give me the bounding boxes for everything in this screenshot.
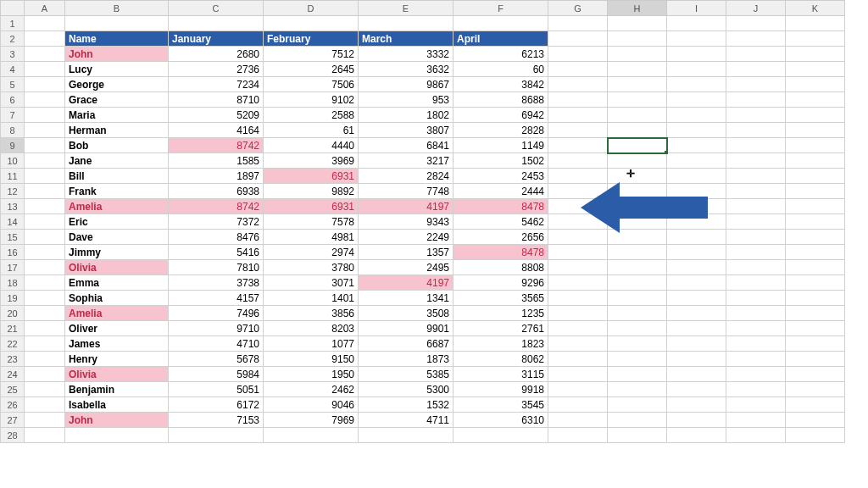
cell-E11[interactable]: 2824 [359,169,453,184]
cell-C4[interactable]: 2736 [169,62,264,77]
cell-A2[interactable] [25,31,65,47]
cell-J7[interactable] [726,108,786,123]
cell-A28[interactable] [25,428,65,443]
cell-A7[interactable] [25,108,65,123]
cell-F2[interactable]: April [453,31,548,47]
cell-C13[interactable]: 8742 [169,199,264,214]
cell-H24[interactable] [608,367,667,382]
row-header-19[interactable]: 19 [1,291,25,306]
column-header-I[interactable]: I [667,1,726,16]
cell-D3[interactable]: 7512 [264,47,359,62]
cell-I6[interactable] [667,92,726,108]
cell-J4[interactable] [726,62,786,77]
cell-B16[interactable]: Jimmy [65,245,169,260]
cell-J13[interactable] [726,199,786,214]
cell-A27[interactable] [25,413,65,428]
cell-C18[interactable]: 3738 [169,275,264,291]
cell-B25[interactable]: Benjamin [65,382,169,397]
cell-G3[interactable] [548,47,608,62]
cell-I24[interactable] [667,367,726,382]
cell-C25[interactable]: 5051 [169,382,264,397]
cell-C20[interactable]: 7496 [169,306,264,321]
cell-E2[interactable]: March [359,31,453,47]
cell-A20[interactable] [25,306,65,321]
cell-H28[interactable] [608,428,667,443]
cell-J12[interactable] [726,184,786,199]
cell-I9[interactable] [667,138,726,153]
cell-F18[interactable]: 9296 [453,275,548,291]
cell-G4[interactable] [548,62,608,77]
row-header-6[interactable]: 6 [1,92,25,108]
cell-C11[interactable]: 1897 [169,169,264,184]
cell-K6[interactable] [786,92,845,108]
cell-F25[interactable]: 9918 [453,382,548,397]
cell-J5[interactable] [726,77,786,92]
cell-F3[interactable]: 6213 [453,47,548,62]
cell-E12[interactable]: 7748 [359,184,453,199]
column-header-K[interactable]: K [786,1,845,16]
cell-I3[interactable] [667,47,726,62]
cell-K5[interactable] [786,77,845,92]
cell-I28[interactable] [667,428,726,443]
spreadsheet-grid[interactable]: ABCDEFGHIJK 12NameJanuaryFebruaryMarchAp… [0,0,845,443]
cell-B28[interactable] [65,428,169,443]
cell-K22[interactable] [786,336,845,352]
cell-G28[interactable] [548,428,608,443]
cell-H5[interactable] [608,77,667,92]
cell-E9[interactable]: 6841 [359,138,453,153]
cell-A25[interactable] [25,382,65,397]
row-header-13[interactable]: 13 [1,199,25,214]
cell-C16[interactable]: 5416 [169,245,264,260]
cell-H9[interactable] [608,138,667,153]
cell-I8[interactable] [667,123,726,138]
cell-J15[interactable] [726,230,786,245]
row-header-27[interactable]: 27 [1,413,25,428]
cell-G26[interactable] [548,397,608,413]
cell-B7[interactable]: Maria [65,108,169,123]
cell-A16[interactable] [25,245,65,260]
cell-F19[interactable]: 3565 [453,291,548,306]
cell-I25[interactable] [667,382,726,397]
cell-A24[interactable] [25,367,65,382]
cell-H10[interactable] [608,153,667,169]
cell-C26[interactable]: 6172 [169,397,264,413]
cell-I11[interactable] [667,169,726,184]
cell-C22[interactable]: 4710 [169,336,264,352]
cell-G20[interactable] [548,306,608,321]
row-header-18[interactable]: 18 [1,275,25,291]
cell-K9[interactable] [786,138,845,153]
cell-J23[interactable] [726,352,786,367]
cell-G9[interactable] [548,138,608,153]
cell-H4[interactable] [608,62,667,77]
cell-A3[interactable] [25,47,65,62]
cell-G17[interactable] [548,260,608,275]
cell-A19[interactable] [25,291,65,306]
cell-C17[interactable]: 7810 [169,260,264,275]
cell-B26[interactable]: Isabella [65,397,169,413]
cell-B23[interactable]: Henry [65,352,169,367]
cell-J26[interactable] [726,397,786,413]
cell-F22[interactable]: 1823 [453,336,548,352]
cell-I27[interactable] [667,413,726,428]
cell-G22[interactable] [548,336,608,352]
cell-K13[interactable] [786,199,845,214]
cell-H19[interactable] [608,291,667,306]
cell-D22[interactable]: 1077 [264,336,359,352]
cell-B4[interactable]: Lucy [65,62,169,77]
cell-J21[interactable] [726,321,786,336]
cell-H26[interactable] [608,397,667,413]
cell-D4[interactable]: 2645 [264,62,359,77]
cell-G16[interactable] [548,245,608,260]
cell-F9[interactable]: 1149 [453,138,548,153]
cell-C14[interactable]: 7372 [169,214,264,230]
cell-B17[interactable]: Olivia [65,260,169,275]
cell-K23[interactable] [786,352,845,367]
cell-K27[interactable] [786,413,845,428]
cell-J11[interactable] [726,169,786,184]
cell-E16[interactable]: 1357 [359,245,453,260]
cell-I16[interactable] [667,245,726,260]
cell-B22[interactable]: James [65,336,169,352]
cell-I26[interactable] [667,397,726,413]
cell-K2[interactable] [786,31,845,47]
cell-I19[interactable] [667,291,726,306]
